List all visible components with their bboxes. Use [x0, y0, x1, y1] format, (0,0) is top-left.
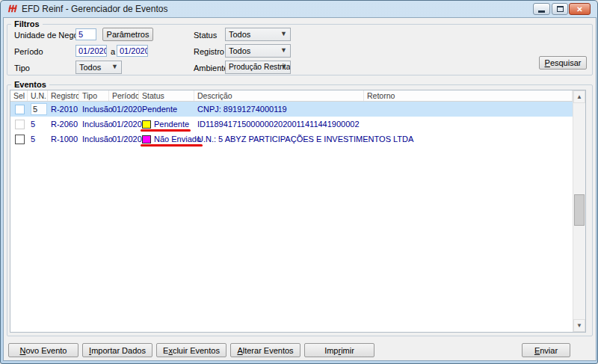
tipo-value: Todos	[79, 63, 101, 72]
vertical-scrollbar[interactable]: ▲ ▼	[573, 90, 585, 332]
status-filter-select[interactable]: Todos ▼	[225, 28, 291, 41]
filters-group-label: Filtros	[11, 19, 43, 28]
scroll-up-button[interactable]: ▲	[573, 90, 585, 103]
title-bar[interactable]: EFD Reinf - Gerenciador de Eventos ✕	[1, 1, 597, 17]
red-underline-annotation	[141, 144, 203, 146]
scrollbar-thumb[interactable]	[574, 194, 585, 226]
close-icon: ✕	[576, 5, 582, 13]
tipo-label: Tipo	[14, 64, 30, 73]
pesquisar-button[interactable]: Pesquisar	[539, 56, 587, 70]
close-button[interactable]: ✕	[569, 3, 591, 15]
status-color-icon	[142, 120, 151, 129]
minimize-icon	[538, 10, 545, 13]
cell-descricao: CNPJ: 89191274000119	[194, 102, 364, 117]
cell-descricao: U.N.: 5 ABYZ PARTICIPAÇÕES E INVESTIMENT…	[194, 132, 364, 146]
cell-periodo: 01/2020	[109, 117, 139, 132]
cell-tipo: Inclusão	[79, 132, 109, 146]
row-checkbox[interactable]	[15, 120, 25, 129]
column-header-perodo[interactable]: Período	[109, 90, 139, 101]
cell-retorno	[364, 132, 573, 146]
status-text: Pendente	[154, 120, 189, 129]
maximize-icon	[557, 6, 564, 12]
cell-tipo: Inclusão	[79, 102, 109, 117]
status-filter-value: Todos	[229, 30, 250, 39]
events-group-label: Eventos	[11, 80, 49, 89]
cell-registro: R-1000	[48, 132, 79, 146]
tipo-select[interactable]: Todos ▼	[75, 61, 122, 74]
registro-filter-value: Todos	[229, 46, 250, 55]
column-header-tipo[interactable]: Tipo	[79, 90, 109, 101]
status-filter-label: Status	[194, 31, 217, 40]
app-icon	[7, 3, 18, 14]
table-row[interactable]: 5R-2010Inclusão01/2020PendenteCNPJ: 8919…	[10, 102, 573, 117]
grid-body: 5R-2010Inclusão01/2020PendenteCNPJ: 8919…	[10, 102, 573, 332]
cell-retorno	[364, 102, 573, 117]
chevron-up-icon: ▲	[576, 93, 582, 100]
periodo-from-input[interactable]: 01/2020	[75, 45, 107, 57]
red-underline-annotation	[141, 129, 191, 132]
table-row[interactable]: 5R-2060Inclusão01/2020PendenteID11894171…	[10, 117, 573, 132]
cell-sel	[10, 117, 28, 132]
cell-un: 5	[28, 132, 48, 146]
status-badge: Não Enviado	[142, 135, 201, 144]
scroll-down-button[interactable]: ▼	[573, 319, 585, 332]
status-badge: Pendente	[142, 120, 189, 129]
importar-dados-button[interactable]: Importar Dados	[82, 343, 152, 357]
window-title: EFD Reinf - Gerenciador de Eventos	[22, 4, 167, 14]
cell-un: 5	[28, 102, 48, 117]
cell-un: 5	[28, 117, 48, 132]
ambiente-select[interactable]: Produção Restrita ▼	[225, 61, 291, 74]
cell-status: Pendente	[139, 117, 194, 132]
column-header-un[interactable]: U.N.	[28, 90, 48, 101]
unidade-input[interactable]: 5	[75, 28, 96, 40]
cell-periodo: 01/2020	[109, 132, 139, 146]
cell-registro: R-2060	[48, 117, 79, 132]
maximize-button[interactable]	[552, 3, 568, 15]
novo-evento-button[interactable]: Novo Evento	[8, 343, 78, 357]
cell-periodo: 01/2020	[109, 102, 139, 117]
periodo-separator-label: a	[111, 47, 115, 56]
registro-filter-select[interactable]: Todos ▼	[225, 44, 291, 58]
imprimir-button[interactable]: Imprimir	[304, 343, 374, 357]
grid-header: SelU.N.RegistroTipoPeríodoStatusDescriçã…	[10, 90, 573, 102]
column-header-registro[interactable]: Registro	[48, 90, 79, 101]
registro-filter-label: Registro	[194, 47, 224, 56]
cell-tipo: Inclusão	[79, 117, 109, 132]
table-row[interactable]: 5R-1000Inclusão01/2020Não EnviadoU.N.: 5…	[10, 132, 573, 146]
app-window: EFD Reinf - Gerenciador de Eventos ✕ Fil…	[0, 0, 598, 364]
cell-sel	[10, 132, 28, 146]
periodo-label: Período	[14, 47, 43, 56]
cell-registro: R-2010	[48, 102, 79, 117]
chevron-down-icon: ▼	[280, 46, 287, 54]
column-header-sel[interactable]: Sel	[10, 90, 28, 101]
column-header-descrio[interactable]: Descrição	[194, 90, 364, 101]
column-header-status[interactable]: Status	[139, 90, 194, 101]
cell-descricao: ID1189417150000002020011411441900002	[194, 117, 364, 132]
status-text: Não Enviado	[154, 135, 201, 144]
minimize-button[interactable]	[533, 3, 550, 15]
un-cell-editor[interactable]: 5	[31, 103, 47, 115]
chevron-down-icon: ▼	[280, 30, 287, 37]
chevron-down-icon: ▼	[576, 322, 582, 329]
row-checkbox[interactable]	[15, 105, 25, 114]
cell-status: Não Enviado	[139, 132, 194, 146]
chevron-down-icon: ▼	[111, 63, 118, 70]
status-color-icon	[142, 135, 151, 144]
cell-sel	[10, 102, 28, 117]
periodo-to-input[interactable]: 01/2020	[117, 45, 148, 57]
status-badge: Pendente	[142, 105, 177, 114]
alterar-eventos-button[interactable]: Alterar Eventos	[230, 343, 300, 357]
events-grid: SelU.N.RegistroTipoPeríodoStatusDescriçã…	[10, 90, 586, 333]
cell-retorno	[364, 117, 573, 132]
row-checkbox[interactable]	[15, 135, 25, 144]
enviar-button[interactable]: Enviar	[522, 343, 570, 357]
status-text: Pendente	[142, 105, 177, 114]
excluir-eventos-button[interactable]: Excluir Eventos	[156, 343, 226, 357]
ambiente-label: Ambiente	[194, 64, 228, 73]
cell-status: Pendente	[139, 102, 194, 117]
parametros-button[interactable]: Parâmetros	[102, 28, 153, 41]
column-header-retorno[interactable]: Retorno	[364, 90, 573, 101]
chevron-down-icon: ▼	[280, 63, 287, 70]
